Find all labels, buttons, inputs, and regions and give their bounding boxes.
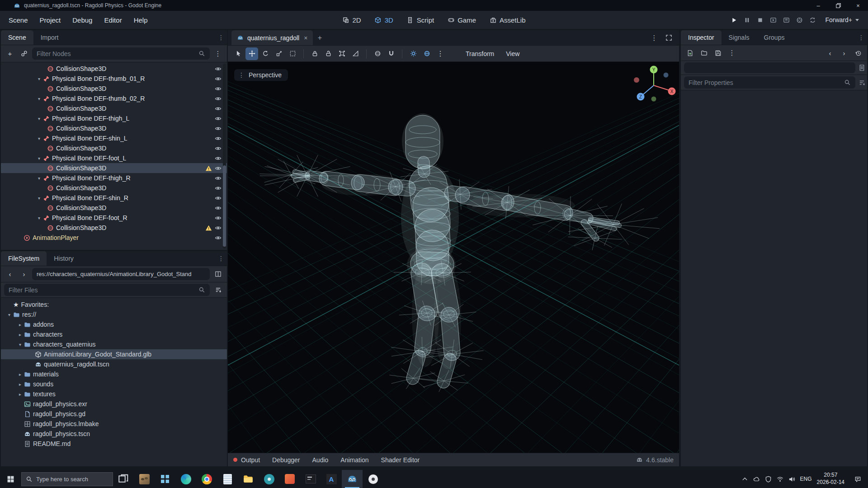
viewport-extra-menu-icon[interactable]: ⋮ bbox=[434, 47, 447, 60]
inspector-tab-groups[interactable]: Groups bbox=[757, 30, 792, 45]
scene-dock-tab-scene[interactable]: Scene bbox=[1, 30, 33, 45]
taskbar-app-media[interactable] bbox=[259, 470, 279, 488]
collapse-arrow-icon[interactable]: ▾ bbox=[35, 116, 43, 121]
nav-back-button[interactable]: ‹ bbox=[4, 268, 16, 280]
file-item-materials[interactable]: ▸ materials bbox=[1, 369, 227, 379]
new-scene-tab-button[interactable]: + bbox=[313, 30, 326, 45]
taskbar-app-terminal[interactable] bbox=[300, 470, 321, 488]
filter-options-icon[interactable] bbox=[859, 79, 865, 86]
collapse-arrow-icon[interactable]: ▸ bbox=[16, 392, 24, 397]
scene-node-collisionshape3d[interactable]: CollisionShape3D bbox=[1, 103, 227, 113]
scene-node-physical-bone-def-thigh-r[interactable]: ▾ Physical Bone DEF-thigh_R bbox=[1, 173, 227, 183]
scene-node-physical-bone-def-thigh-l[interactable]: ▾ Physical Bone DEF-thigh_L bbox=[1, 113, 227, 123]
unlock-button[interactable] bbox=[322, 47, 335, 60]
scale-tool-button[interactable] bbox=[273, 47, 285, 60]
scene-node-collisionshape3d[interactable]: CollisionShape3D bbox=[1, 64, 227, 74]
scene-node-collisionshape3d[interactable]: CollisionShape3D bbox=[1, 143, 227, 153]
taskbar-app-notepad[interactable] bbox=[217, 470, 238, 488]
dock-float-icon[interactable] bbox=[859, 65, 865, 71]
menu-debug[interactable]: Debug bbox=[66, 11, 98, 29]
visibility-eye-icon[interactable] bbox=[215, 165, 222, 172]
minimize-button[interactable]: – bbox=[808, 0, 828, 11]
inspector-tab-signals[interactable]: Signals bbox=[722, 30, 757, 45]
workspace-3d[interactable]: 3D bbox=[369, 13, 399, 27]
visibility-eye-icon[interactable] bbox=[215, 125, 222, 132]
scene-dock-tab-import[interactable]: Import bbox=[33, 30, 66, 45]
filter-nodes-input[interactable]: Filter Nodes bbox=[32, 47, 210, 60]
scene-node-collisionshape3d[interactable]: CollisionShape3D bbox=[1, 183, 227, 193]
play-button[interactable] bbox=[728, 14, 740, 26]
play-scene-button[interactable] bbox=[767, 14, 779, 26]
workspace-script[interactable]: Script bbox=[401, 13, 439, 27]
taskbar-search[interactable]: Type here to search bbox=[21, 472, 113, 486]
move-tool-button[interactable] bbox=[245, 47, 258, 60]
scene-node-collisionshape3d[interactable]: CollisionShape3D bbox=[1, 84, 227, 94]
nav-forward-button[interactable]: › bbox=[18, 268, 30, 280]
history-button[interactable] bbox=[852, 47, 864, 59]
group-button[interactable] bbox=[335, 47, 348, 60]
notification-center-icon[interactable] bbox=[849, 470, 866, 488]
visibility-eye-icon[interactable] bbox=[215, 215, 222, 221]
taskbar-app-editor-a[interactable]: A bbox=[321, 470, 342, 488]
back-button[interactable]: ‹ bbox=[824, 47, 836, 59]
file-item-readme-md[interactable]: README.md bbox=[1, 439, 227, 449]
perspective-menu[interactable]: ⋮ Perspective bbox=[234, 69, 288, 81]
taskbar-app-photos[interactable] bbox=[279, 470, 300, 488]
close-scene-tab-icon[interactable]: × bbox=[304, 34, 307, 42]
collapse-arrow-icon[interactable]: ▾ bbox=[35, 216, 43, 221]
new-resource-button[interactable] bbox=[684, 47, 696, 59]
movie-mode-button[interactable] bbox=[793, 14, 805, 26]
box-select-tool-button[interactable] bbox=[286, 47, 299, 60]
file-item-res-[interactable]: ▾ res:// bbox=[1, 310, 227, 319]
scene-node-collisionshape3d[interactable]: CollisionShape3D bbox=[1, 163, 227, 173]
collapse-arrow-icon[interactable]: ▾ bbox=[35, 196, 43, 201]
collapse-arrow-icon[interactable]: ▾ bbox=[35, 76, 43, 81]
close-button[interactable]: × bbox=[848, 0, 868, 11]
menu-scene[interactable]: Scene bbox=[3, 11, 34, 29]
visibility-eye-icon[interactable] bbox=[215, 115, 222, 122]
visibility-eye-icon[interactable] bbox=[215, 135, 222, 142]
tray-volume-icon[interactable] bbox=[788, 476, 795, 483]
scene-node-physical-bone-def-shin-l[interactable]: ▾ Physical Bone DEF-shin_L bbox=[1, 133, 227, 143]
file-item-ragdoll-physics-tscn[interactable]: ragdoll_physics.tscn bbox=[1, 429, 227, 439]
taskbar-app-explorer[interactable] bbox=[238, 470, 259, 488]
file-item-characters-quaternius[interactable]: ▾ characters_quaternius bbox=[1, 339, 227, 349]
taskbar-app-chrome[interactable] bbox=[196, 470, 217, 488]
filter-properties-input[interactable]: Filter Properties bbox=[684, 76, 855, 89]
scene-node-collisionshape3d[interactable]: CollisionShape3D bbox=[1, 203, 227, 213]
inspector-menu-icon[interactable]: ⋮ bbox=[726, 47, 738, 59]
collapse-arrow-icon[interactable]: ▾ bbox=[16, 342, 24, 347]
collapse-arrow-icon[interactable]: ▾ bbox=[5, 312, 13, 317]
restore-button[interactable] bbox=[828, 0, 848, 11]
visibility-eye-icon[interactable] bbox=[215, 66, 222, 72]
menu-help[interactable]: Help bbox=[128, 11, 154, 29]
scene-node-collisionshape3d[interactable]: CollisionShape3D bbox=[1, 123, 227, 133]
file-item-sounds[interactable]: ▸ sounds bbox=[1, 379, 227, 389]
scene-tabs-menu-icon[interactable]: ⋮ bbox=[648, 32, 660, 44]
taskbar-app-edge[interactable] bbox=[175, 470, 196, 488]
preview-environment-toggle[interactable] bbox=[420, 47, 433, 60]
file-item-ragdoll-physics-lmbake[interactable]: ragdoll_physics.lmbake bbox=[1, 419, 227, 429]
scene-tree-scrollbar[interactable] bbox=[223, 64, 226, 249]
file-item-characters[interactable]: ▸ characters bbox=[1, 329, 227, 339]
warning-icon[interactable] bbox=[205, 165, 212, 172]
visibility-eye-icon[interactable] bbox=[215, 95, 222, 102]
visibility-eye-icon[interactable] bbox=[215, 75, 222, 82]
visibility-eye-icon[interactable] bbox=[215, 155, 222, 162]
scene-dock-tabbar-menu-icon[interactable]: ⋮ bbox=[215, 30, 227, 45]
play-custom-button[interactable] bbox=[780, 14, 792, 26]
visibility-eye-icon[interactable] bbox=[215, 185, 222, 192]
taskbar-app-store[interactable] bbox=[155, 470, 175, 488]
taskbar-app-task-view[interactable] bbox=[113, 470, 134, 488]
collapse-arrow-icon[interactable]: ▸ bbox=[16, 322, 24, 327]
taskbar-app-godot[interactable] bbox=[342, 470, 363, 488]
renderer-select[interactable]: Forward+ bbox=[820, 16, 863, 23]
filter-files-input[interactable]: Filter Files bbox=[4, 284, 210, 296]
tray-shield-icon[interactable] bbox=[765, 476, 772, 483]
collapse-arrow-icon[interactable]: ▸ bbox=[16, 382, 24, 387]
inspector-tabbar-menu-icon[interactable]: ⋮ bbox=[855, 30, 867, 45]
split-view-icon[interactable] bbox=[212, 268, 224, 280]
workspace-2d[interactable]: 2D bbox=[337, 13, 366, 27]
collapse-arrow-icon[interactable]: ▾ bbox=[35, 136, 43, 141]
preview-sun-toggle[interactable] bbox=[407, 47, 420, 60]
